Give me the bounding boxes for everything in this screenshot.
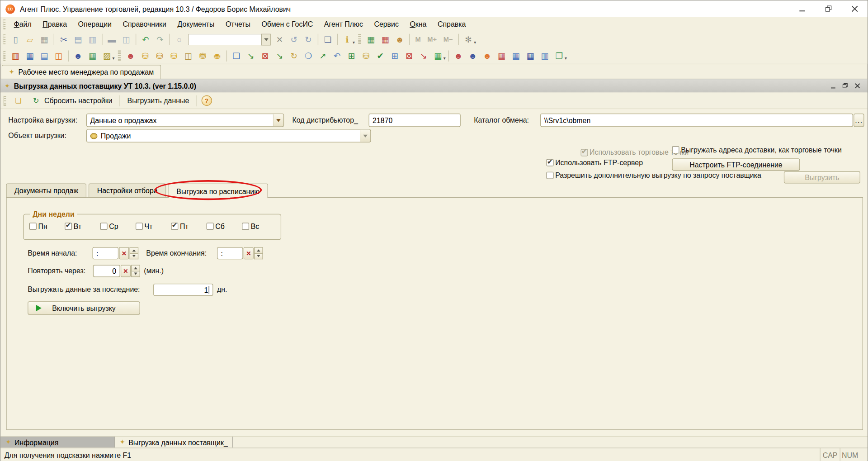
cart-check-icon[interactable]: ✔ (374, 49, 387, 62)
partners-blue-icon[interactable]: ☻ (466, 49, 479, 62)
table-columns-icon[interactable]: ▥ (538, 49, 551, 62)
search-forward-icon[interactable]: ↻ (302, 33, 315, 46)
stepper-up-icon[interactable] (254, 247, 263, 253)
calendar-icon[interactable]: ▦ (379, 33, 392, 46)
minimize-button[interactable] (789, 0, 816, 17)
tab-schedule-export[interactable]: Выгрузка по расписанию (168, 183, 268, 198)
chevron-down-icon[interactable]: ▾ (474, 40, 476, 45)
cart-agent-icon[interactable]: ⛁ (138, 49, 151, 62)
menu-windows[interactable]: Окна (404, 18, 432, 30)
child-close-button[interactable] (855, 81, 860, 91)
enable-export-button[interactable]: Включить выгрузку (28, 301, 140, 314)
chevron-down-icon[interactable]: ▾ (565, 56, 567, 61)
taskbar-tab-export[interactable]: ✦Выгрузка данных поставщик_ (114, 437, 233, 447)
cart-doc-icon[interactable]: ❏ (230, 49, 243, 62)
menu-service[interactable]: Сервис (368, 18, 404, 30)
day-checkbox-mon[interactable] (29, 223, 37, 230)
coins-person-icon[interactable]: ⛁ (167, 49, 180, 62)
stepper-down-icon[interactable] (254, 253, 263, 259)
day-item-wed[interactable]: Ср (100, 222, 136, 230)
chevron-down-icon[interactable] (360, 130, 370, 142)
excel-export-icon[interactable]: ↘ (244, 49, 257, 62)
toolbar-grip[interactable] (3, 19, 5, 29)
export-data-button[interactable]: Выгрузить данные (124, 95, 192, 106)
chevron-down-icon[interactable]: ▾ (113, 56, 115, 61)
menu-reports[interactable]: Отчеты (220, 18, 256, 30)
export-settings-combobox[interactable]: Данные о продажах (86, 114, 284, 127)
stepper-down-icon[interactable] (131, 271, 140, 277)
day-item-sun[interactable]: Вс (242, 222, 277, 230)
print-preview-icon[interactable]: ◫ (119, 33, 132, 46)
excel-export2-icon[interactable]: ↘ (273, 49, 286, 62)
help-icon[interactable]: ? (201, 95, 212, 106)
chevron-down-icon[interactable]: ▾ (443, 56, 446, 61)
use-ftp-checkbox[interactable] (547, 159, 554, 166)
repeat-stepper[interactable] (131, 265, 140, 277)
day-item-mon[interactable]: Пн (29, 222, 65, 230)
info-icon[interactable]: ℹ (340, 33, 354, 46)
toolbar-grip[interactable] (3, 51, 5, 61)
coins-ruler-icon[interactable]: ⛃ (196, 49, 209, 62)
workspace-tab[interactable]: ✦ Рабочее место менеджера по продажам (2, 65, 161, 79)
day-item-fri[interactable]: Пт (171, 222, 206, 230)
allow-extra-export-checkbox[interactable] (547, 172, 554, 179)
start-time-clear-icon[interactable]: ✕ (119, 247, 129, 259)
menu-operations[interactable]: Операции (72, 18, 117, 30)
reset-settings-button[interactable]: ↻ Сбросить настройки (28, 95, 115, 107)
distributor-code-field[interactable]: 21870 (369, 114, 461, 127)
grid-red-icon[interactable]: ▦ (495, 49, 508, 62)
load-settings-icon[interactable]: ❏ (12, 94, 25, 107)
money-desk-icon[interactable]: ▦ (86, 49, 99, 62)
menu-help[interactable]: Справка (432, 18, 472, 30)
memory-recall-button[interactable]: M (412, 35, 424, 43)
chevron-down-icon[interactable] (261, 33, 271, 45)
tab-sales-documents[interactable]: Документы продаж (6, 183, 86, 198)
print-icon[interactable]: ▬ (105, 33, 118, 46)
repeat-clear-icon[interactable]: ✕ (121, 265, 131, 277)
user-monitor-icon[interactable]: ☻ (393, 33, 406, 46)
cart-remove-icon[interactable]: ⊠ (402, 49, 415, 62)
toolbar-grip[interactable] (118, 50, 121, 61)
unload-addresses-checkbox[interactable] (672, 146, 679, 153)
chevron-down-icon[interactable]: ▾ (353, 40, 355, 45)
menu-file[interactable]: Файл (8, 18, 37, 30)
copy-window-icon[interactable]: ❏ (321, 33, 334, 46)
new-document-icon[interactable]: ▯ (9, 33, 22, 46)
building-coins-icon[interactable]: ◫ (182, 49, 195, 62)
quick-search-combobox[interactable] (188, 33, 270, 45)
day-checkbox-sat[interactable] (207, 223, 214, 230)
browse-button[interactable]: ... (854, 114, 864, 127)
day-item-sat[interactable]: Сб (207, 222, 242, 230)
cart-red-icon[interactable]: ⊠ (259, 49, 272, 62)
save-icon[interactable]: ▦ (38, 33, 51, 46)
coins-sync-icon[interactable]: ↻ (288, 49, 301, 62)
menu-agent-plus[interactable]: Агент Плюс (319, 18, 369, 30)
memory-minus-button[interactable]: M− (440, 35, 457, 43)
cart-client-icon[interactable]: ⛁ (153, 49, 166, 62)
client-red-icon[interactable]: ☻ (124, 49, 137, 62)
export-settings-icon[interactable]: ❐ (552, 49, 566, 62)
setup-ftp-button[interactable]: Настроить FTP-соединение (672, 158, 800, 171)
coins-add-icon[interactable]: ⛁ (359, 49, 373, 62)
price-table-icon[interactable]: ▦ (23, 49, 36, 62)
report-doc-icon[interactable]: ▤ (38, 49, 51, 62)
stepper-up-icon[interactable] (131, 265, 140, 271)
excel-red-icon[interactable]: ↘ (417, 49, 430, 62)
copy-icon[interactable]: ▤ (71, 33, 85, 46)
doc-return-icon[interactable]: ↶ (330, 49, 344, 62)
restore-button[interactable] (816, 0, 842, 17)
day-checkbox-wed[interactable] (100, 223, 108, 230)
paste-icon[interactable]: ▥ (86, 33, 99, 46)
calculator-icon[interactable]: ▦ (364, 33, 377, 46)
taskbar-tab-information[interactable]: ✦Информация (0, 437, 114, 447)
cash-register-icon[interactable]: ▨ (100, 49, 113, 62)
stepper-down-icon[interactable] (130, 253, 139, 259)
excel-up-icon[interactable]: ↗ (316, 49, 329, 62)
start-time-field[interactable]: : (92, 247, 118, 259)
doc-add-icon[interactable]: ⊞ (345, 49, 358, 62)
orders-window-icon[interactable]: ◫ (52, 49, 65, 62)
toolbar-grip[interactable] (3, 34, 5, 44)
find-icon[interactable]: ○ (173, 33, 186, 46)
menu-edit[interactable]: Правка (37, 18, 72, 30)
period-field[interactable]: 1 (153, 284, 213, 296)
